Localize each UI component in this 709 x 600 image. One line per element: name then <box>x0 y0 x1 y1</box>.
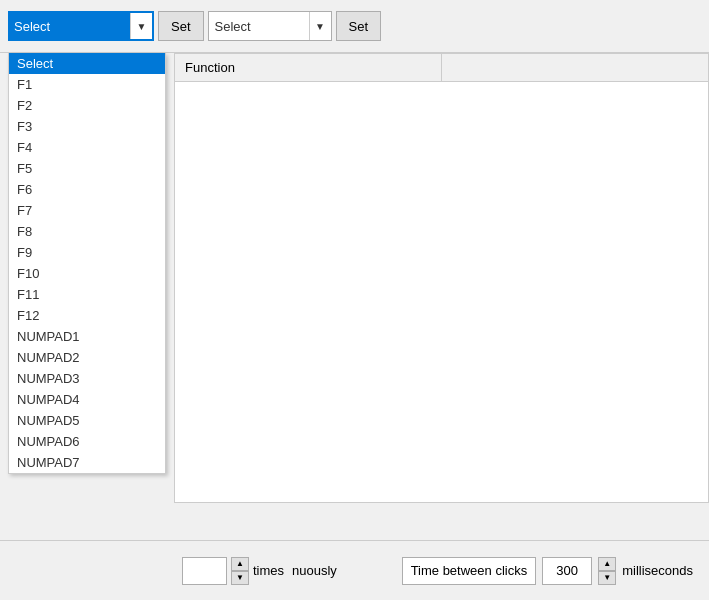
times-up-btn[interactable]: ▲ <box>231 557 249 571</box>
dropdown-item-3[interactable]: F3 <box>9 116 165 137</box>
ms-input[interactable] <box>542 557 592 585</box>
times-section: ▲ ▼ times <box>182 557 284 585</box>
dropdown-item-11[interactable]: F11 <box>9 284 165 305</box>
set2-button[interactable]: Set <box>336 11 382 41</box>
times-input[interactable] <box>182 557 227 585</box>
time-between-section: Time between clicks ▲ ▼ milliseconds <box>402 557 693 585</box>
ms-up-btn[interactable]: ▲ <box>598 557 616 571</box>
ms-spinner: ▲ ▼ <box>598 557 616 585</box>
col-empty <box>442 54 708 81</box>
main-content: SelectF1F2F3F4F5F6F7F8F9F10F11F12NUMPAD1… <box>0 53 709 540</box>
times-spinner: ▲ ▼ <box>231 557 249 585</box>
dropdown-item-17[interactable]: NUMPAD5 <box>9 410 165 431</box>
continuously-label: nuously <box>292 563 337 578</box>
dropdown-item-4[interactable]: F4 <box>9 137 165 158</box>
dropdown-list: SelectF1F2F3F4F5F6F7F8F9F10F11F12NUMPAD1… <box>8 53 166 474</box>
dropdown-item-15[interactable]: NUMPAD3 <box>9 368 165 389</box>
times-label: times <box>253 563 284 578</box>
dropdown2-wrapper: ▼ <box>208 11 332 41</box>
right-panel: Function <box>174 53 709 503</box>
dropdown-item-1[interactable]: F1 <box>9 74 165 95</box>
dropdown-item-6[interactable]: F6 <box>9 179 165 200</box>
dropdown-item-19[interactable]: NUMPAD7 <box>9 452 165 473</box>
ms-down-btn[interactable]: ▼ <box>598 571 616 585</box>
bottom-bar: ▲ ▼ times nuously Time between clicks ▲ … <box>0 540 709 600</box>
dropdown2-input[interactable] <box>209 12 309 40</box>
top-bar: ▼ Set ▼ Set <box>0 0 709 53</box>
dropdown-item-9[interactable]: F9 <box>9 242 165 263</box>
ms-label: milliseconds <box>622 563 693 578</box>
dropdown-item-8[interactable]: F8 <box>9 221 165 242</box>
dropdown-item-7[interactable]: F7 <box>9 200 165 221</box>
dropdown-item-14[interactable]: NUMPAD2 <box>9 347 165 368</box>
dropdown-item-0[interactable]: Select <box>9 53 165 74</box>
dropdown-item-5[interactable]: F5 <box>9 158 165 179</box>
dropdown-item-2[interactable]: F2 <box>9 95 165 116</box>
dropdown-item-18[interactable]: NUMPAD6 <box>9 431 165 452</box>
times-down-btn[interactable]: ▼ <box>231 571 249 585</box>
dropdown1-wrapper: ▼ <box>8 11 154 41</box>
dropdown-item-13[interactable]: NUMPAD1 <box>9 326 165 347</box>
dropdown-item-12[interactable]: F12 <box>9 305 165 326</box>
dropdown-item-10[interactable]: F10 <box>9 263 165 284</box>
dropdown1-input[interactable] <box>10 13 130 39</box>
dropdown1-arrow[interactable]: ▼ <box>130 13 152 39</box>
col-function: Function <box>175 54 442 81</box>
time-between-label: Time between clicks <box>402 557 537 585</box>
dropdown-item-16[interactable]: NUMPAD4 <box>9 389 165 410</box>
set1-button[interactable]: Set <box>158 11 204 41</box>
dropdown2-arrow[interactable]: ▼ <box>309 12 331 40</box>
table-header: Function <box>175 54 708 82</box>
